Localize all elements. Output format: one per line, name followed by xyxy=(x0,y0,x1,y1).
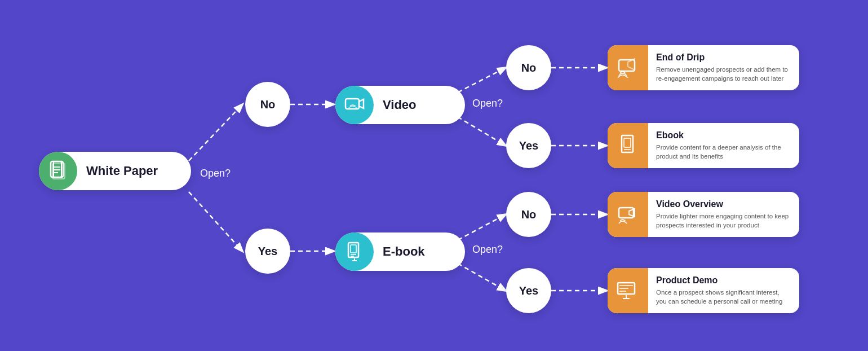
product-demo-card: Product Demo Once a prospect shows signi… xyxy=(608,268,799,313)
ebook-card-desc: Provide content for a deeper analysis of… xyxy=(656,143,791,161)
video-overview-desc: Provide lighter more engaging content to… xyxy=(656,212,791,230)
ebook-card-title: Ebook xyxy=(656,130,791,141)
video-overview-card-content: Video Overview Provide lighter more enga… xyxy=(648,194,799,235)
ebook-card-icon xyxy=(608,123,648,168)
wp-open-label: Open? xyxy=(200,168,231,179)
video-open-label: Open? xyxy=(472,98,503,109)
ebook-node: E-book xyxy=(335,232,465,271)
ebook-icon xyxy=(335,232,374,271)
svg-rect-31 xyxy=(619,208,634,218)
svg-line-1 xyxy=(189,192,242,251)
svg-line-0 xyxy=(189,104,242,161)
svg-rect-29 xyxy=(624,138,631,147)
white-paper-label: White Paper xyxy=(77,164,171,178)
no-circle-video-no: No xyxy=(506,45,551,90)
video-overview-title: Video Overview xyxy=(656,199,791,209)
product-demo-title: Product Demo xyxy=(656,275,791,286)
video-label: Video xyxy=(374,98,430,112)
svg-marker-19 xyxy=(359,99,364,108)
end-of-drip-card-content: End of Drip Remove unengaged prospects o… xyxy=(648,47,799,89)
ebook-card-content: Ebook Provide content for a deeper analy… xyxy=(648,125,799,166)
no-circle-top: No xyxy=(245,82,290,127)
yes-circle-bottom: Yes xyxy=(245,229,290,274)
video-icon xyxy=(335,86,374,124)
video-overview-card: Video Overview Provide lighter more enga… xyxy=(608,192,799,237)
product-demo-desc: Once a prospect shows significant intere… xyxy=(656,288,791,306)
ebook-card: Ebook Provide content for a deeper analy… xyxy=(608,123,799,168)
product-demo-card-content: Product Demo Once a prospect shows signi… xyxy=(648,270,799,311)
white-paper-node: White Paper xyxy=(39,152,191,190)
end-of-drip-desc: Remove unengaged prospects or add them t… xyxy=(656,65,791,83)
video-overview-card-icon xyxy=(608,192,648,237)
ebook-open-label: Open? xyxy=(472,244,503,256)
svg-rect-18 xyxy=(346,99,359,109)
end-of-drip-card: End of Drip Remove unengaged prospects o… xyxy=(608,45,799,90)
white-paper-icon xyxy=(39,152,77,190)
yes-circle-video-yes: Yes xyxy=(506,123,551,168)
ebook-label: E-book xyxy=(374,244,439,259)
no-circle-ebook-no: No xyxy=(506,192,551,237)
video-node: Video xyxy=(335,86,465,124)
end-of-drip-card-icon xyxy=(608,45,648,90)
yes-circle-ebook-yes: Yes xyxy=(506,268,551,313)
end-of-drip-title: End of Drip xyxy=(656,52,791,63)
svg-rect-21 xyxy=(351,245,356,253)
product-demo-card-icon xyxy=(608,268,648,313)
